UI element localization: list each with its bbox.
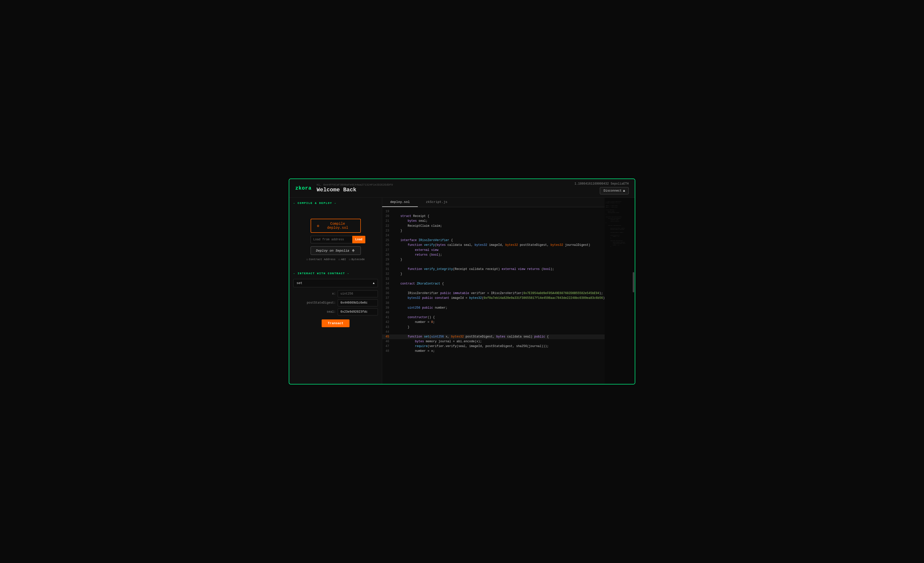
gear-icon: ⚙ [317,224,319,228]
deploy-button[interactable]: Deploy on Sepolia [310,246,361,255]
greeting-text: Hi, 0xe4FF9CaF3B98aFe6C44aa271324F1e2D2E… [316,183,393,186]
main-container: zkora Hi, 0xe4FF9CaF3B98aFe6C44aa271324F… [289,179,635,384]
deploy-label: Deploy on Sepolia [316,249,349,253]
preview-code: // SPDX-License-Identifier: pragma solid… [604,198,635,251]
code-line: 31 function verify_integrity(Receipt cal… [382,267,604,272]
code-line: 26 function verify(bytes calldata seal, … [382,243,604,248]
scrollbar-thumb[interactable] [633,272,634,292]
code-line: 46 bytes memory journal = abi.encode(x); [382,339,604,344]
left-panel: - COMPILE & DEPLOY - ⚙ Compile deploy.so… [289,198,382,384]
editor-tabs: deploy.sol zkScript.js [382,198,604,207]
code-line: 24 [382,233,604,238]
disconnect-button[interactable]: Disconnect ⏏ [600,187,629,194]
load-button[interactable]: Load [352,236,366,243]
header: zkora Hi, 0xe4FF9CaF3B98aFe6C44aa271324F… [289,179,635,198]
code-line: 25 interface IRiscZeroVerifier { [382,238,604,243]
chevron-up-icon: ▲ [373,281,375,285]
abi-link[interactable]: ☐ ABI [339,258,346,261]
code-line: 40 [382,310,604,315]
compile-section-title: - COMPILE & DEPLOY - [293,202,378,205]
check-icon-3: ☐ [349,258,351,261]
disconnect-label: Disconnect [604,189,622,193]
param-row-x: x: [293,290,378,297]
editor-area: deploy.sol zkScript.js 19 20 struct Rece… [382,198,604,384]
code-line: 35 [382,286,604,291]
code-line: 43 } [382,325,604,330]
code-line: 29 } [382,257,604,262]
param-seal-label: seal: [306,310,336,314]
params-section: x: postStateDigest: seal: Transact [293,290,378,327]
code-editor[interactable]: 19 20 struct Receipt { 21 bytes seal; 22 [382,207,604,384]
param-row-seal: seal: [293,308,378,315]
interact-section: - INTERACT WITH CONTRACT - set ▲ x: post… [293,272,378,380]
ethereum-icon [351,249,355,253]
code-line: 44 [382,330,604,335]
check-icon-2: ☐ [339,258,340,261]
code-line: 47 require(verifier.verify(seal, imageId… [382,344,604,349]
param-postStateDigest-label: postStateDigest: [306,301,336,305]
code-line: 41 constructor() { [382,315,604,320]
transact-button[interactable]: Transact [322,320,349,327]
code-line-highlighted: 45 function set(uint256 x, bytes32 postS… [382,335,604,339]
compile-deploy-section: ⚙ Compile deploy.sol Load Deploy on Sepo… [293,219,378,261]
code-line: 34 contract ZKoraContract { [382,281,604,286]
code-line: 36 IRiscZeroVerifier public immutable ve… [382,291,604,296]
code-line: 38 [382,301,604,306]
code-line: 21 bytes seal; [382,219,604,224]
param-row-postStateDigest: postStateDigest: [293,299,378,306]
param-x-label: x: [306,292,336,296]
code-line: 33 [382,277,604,281]
load-address-input[interactable] [310,236,352,243]
code-line: 22 ReceiptClaim claim; [382,224,604,228]
check-icon: ☐ [306,258,308,261]
contract-address-link[interactable]: ☐ Contract Address [306,258,336,261]
code-line: 39 uint256 public number; [382,306,604,310]
tab-zkscript[interactable]: zkScript.js [418,198,456,207]
header-info: Hi, 0xe4FF9CaF3B98aFe6C44aa271324F1e2D2E… [316,183,393,193]
abi-label: ABI [341,258,346,261]
code-line: 23 } [382,228,604,233]
compile-button[interactable]: ⚙ Compile deploy.sol [310,219,361,233]
content-area: - COMPILE & DEPLOY - ⚙ Compile deploy.so… [289,198,635,384]
function-selector[interactable]: set ▲ [293,279,378,287]
logo: zkora [295,185,312,191]
page-title: Welcome Back [316,187,356,193]
load-address-row: Load [310,236,361,243]
contract-address-label: Contract Address [309,258,336,261]
code-line: 42 number = 0; [382,320,604,325]
function-name: set [297,281,302,285]
bytecode-label: Bytecode [351,258,365,261]
code-line: 20 struct Receipt { [382,214,604,219]
param-x-input[interactable] [338,290,378,297]
code-line: 32 } [382,272,604,276]
tab-deploy-sol[interactable]: deploy.sol [382,198,418,207]
code-line: 37 bytes32 public constant imageId = byt… [382,296,604,300]
right-preview: // SPDX-License-Identifier: pragma solid… [604,198,635,384]
param-seal-input[interactable] [338,308,378,315]
header-right: 1.10864161169000432 SepoliaETH Disconnec… [574,182,629,194]
contract-links: ☐ Contract Address ☐ ABI ☐ Bytecode [306,258,364,261]
interact-section-title: - INTERACT WITH CONTRACT - [293,272,378,275]
param-postStateDigest-input[interactable] [338,299,378,306]
bytecode-link[interactable]: ☐ Bytecode [349,258,365,261]
code-line: 28 returns (bool); [382,253,604,257]
disconnect-icon: ⏏ [623,189,625,193]
code-line: 27 external view [382,248,604,253]
code-line: 48 number = x; [382,349,604,354]
balance-display: 1.10864161169000432 SepoliaETH [574,182,629,186]
compile-label: Compile deploy.sol [321,222,354,230]
code-line: 19 [382,209,604,214]
code-line: 30 [382,262,604,267]
